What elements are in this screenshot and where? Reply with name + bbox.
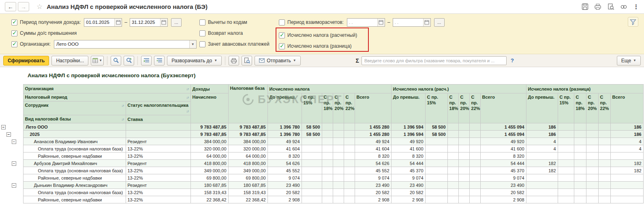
header-employee[interactable]: Сотрудник↓↑ — [23, 102, 126, 115]
favorite-star-icon[interactable]: ☆ — [36, 2, 43, 11]
header-subcolumn[interactable]: До превыш. — [391, 93, 425, 123]
chevron-down-icon[interactable]: ▼ — [189, 40, 196, 48]
settlements-checkbox[interactable] — [279, 19, 285, 25]
header-group-difference[interactable]: Исчислено налога (разница) — [526, 85, 643, 93]
header-subcolumn[interactable]: С пр. 18% — [322, 93, 333, 123]
header-rate[interactable]: Ставка — [126, 115, 190, 123]
filter-funnel-button[interactable] — [628, 17, 638, 27]
save-icon[interactable] — [581, 3, 588, 11]
settlements-to-input[interactable]: . . — [393, 18, 431, 27]
header-subcolumn[interactable]: С пр. 22% — [598, 93, 610, 123]
report-row[interactable]: −Дынькин Владимир АлександровичРезидент1… — [0, 182, 643, 189]
search-next-button[interactable] — [124, 56, 134, 66]
sort-icon[interactable]: ↓↑ — [122, 117, 124, 123]
deductions-checkbox[interactable] — [199, 19, 205, 25]
calendar-icon[interactable] — [377, 19, 385, 26]
report-variant-button[interactable]: ▼ — [91, 56, 104, 66]
back-button[interactable]: ← — [5, 2, 16, 11]
collapse-toggle[interactable]: − — [12, 140, 16, 144]
collapse-toggle[interactable]: − — [6, 132, 11, 137]
row-label[interactable]: Оплата труда (основная налоговая база) — [23, 189, 126, 196]
generate-button[interactable]: Сформировать — [3, 56, 49, 66]
sort-icon[interactable]: ↓↑ — [186, 87, 189, 92]
header-accrued[interactable]: Начислено — [190, 93, 228, 123]
calendar-icon[interactable] — [160, 19, 167, 26]
row-label[interactable]: 2025 — [23, 131, 126, 138]
income-period-checkbox[interactable] — [11, 19, 17, 25]
print-button[interactable] — [229, 56, 239, 66]
header-subcolumn[interactable]: С пр. 15% — [558, 93, 574, 123]
header-group-calc-check[interactable]: Исчислено налога (расч.) — [391, 85, 526, 93]
settings-button[interactable]: Настройки... — [51, 56, 88, 66]
more-button[interactable]: Еще ▼ — [617, 56, 641, 66]
header-status[interactable]: Статус налогоплательщика↓↑ — [126, 102, 190, 115]
forward-button[interactable]: → — [18, 2, 29, 11]
header-group-calculated[interactable]: Исчислено налога — [267, 85, 391, 93]
report-row[interactable]: −20259 783 487,859 783 487,851 396 78058… — [0, 131, 643, 138]
quick-filter-input[interactable] — [362, 56, 507, 65]
header-income[interactable]: Доходы — [190, 85, 228, 93]
sort-icon[interactable]: ↓↑ — [122, 103, 124, 109]
preview-icon[interactable] — [607, 3, 614, 11]
header-subcolumn[interactable]: Всего — [610, 93, 643, 123]
header-tax-base[interactable]: Налоговая база — [228, 85, 267, 123]
report-row[interactable]: −Лето ООО9 783 487,859 783 487,851 396 7… — [0, 123, 643, 131]
settlements-ellipsis-button[interactable]: ... — [434, 18, 445, 27]
header-subcolumn[interactable]: До превыш. — [526, 93, 558, 123]
report-row[interactable]: Оплата труда (основная налоговая база)13… — [0, 189, 643, 196]
print-icon[interactable] — [594, 3, 601, 11]
row-label[interactable]: Оплата труда (основная налоговая база) — [23, 145, 126, 152]
header-subcolumn[interactable]: С пр. 20% — [458, 93, 469, 123]
row-label[interactable]: Лето ООО — [23, 123, 126, 131]
calendar-icon[interactable] — [114, 19, 122, 26]
sum-sigma-button[interactable]: Σ — [356, 57, 359, 64]
header-base-kind[interactable]: Вид налоговой базы↓↑ — [23, 115, 126, 123]
collapse-groups-button[interactable] — [141, 56, 152, 66]
row-label[interactable]: Районные, северные надбавки — [23, 196, 126, 203]
header-subcolumn[interactable]: С пр. 22% — [344, 93, 355, 123]
header-subcolumn[interactable]: С пр. 20% — [333, 93, 344, 123]
sort-icon[interactable]: ↓↑ — [186, 109, 189, 114]
print-preview-button[interactable] — [242, 56, 252, 66]
row-label[interactable]: Районные, северные надбавки — [23, 174, 126, 182]
header-organization[interactable]: Организация↓↑ — [23, 85, 190, 93]
report-row[interactable]: Районные, северные надбавки13-22%69 800,… — [0, 174, 643, 182]
expand-to-button[interactable]: Разворачивать до ▼ — [167, 56, 222, 66]
diff-tax-checkbox[interactable] — [279, 43, 285, 49]
refund-checkbox[interactable] — [199, 30, 205, 36]
report-row[interactable]: Оплата труда (основная налоговая база)13… — [0, 167, 643, 174]
income-period-ellipsis-button[interactable]: ... — [171, 18, 182, 27]
row-label[interactable]: Арбузов Дмитрий Михайлович — [23, 160, 126, 167]
report-row[interactable]: −Ананасов Владимир ИвановичРезидент384 0… — [0, 138, 643, 145]
header-subcolumn[interactable]: С пр. 15% — [302, 93, 322, 123]
calendar-icon[interactable] — [423, 19, 430, 26]
income-period-to-input[interactable]: 31.12.2025 — [130, 18, 168, 27]
settlements-from-input[interactable]: . . — [347, 18, 385, 27]
income-period-from-input[interactable]: 01.01.2025 — [84, 18, 122, 27]
sort-icon[interactable]: ↓↑ — [186, 95, 189, 101]
help-link[interactable]: ? — [511, 57, 514, 63]
header-subcolumn[interactable]: С пр. 15% — [425, 93, 447, 123]
header-subcolumn[interactable]: С пр. 18% — [574, 93, 586, 123]
send-button[interactable]: Отправить ▼ — [255, 56, 300, 66]
calc-tax-checkbox[interactable] — [279, 32, 285, 38]
sums-threshold-checkbox[interactable] — [11, 30, 17, 36]
search-button[interactable] — [111, 56, 121, 66]
collapse-toggle[interactable]: − — [1, 125, 6, 129]
report-row[interactable]: Районные, северные надбавки13-22%22 368,… — [0, 196, 643, 203]
header-subcolumn[interactable]: Всего — [480, 93, 526, 123]
header-subcolumn[interactable]: С пр. 22% — [469, 93, 480, 123]
row-label[interactable]: Районные, северные надбавки — [23, 152, 126, 160]
link-icon[interactable] — [620, 3, 627, 11]
organization-select[interactable]: Лето ООО ▼ — [54, 40, 197, 49]
organization-checkbox[interactable] — [11, 41, 17, 47]
more-menu-icon[interactable]: ⋮ — [633, 3, 639, 11]
collapse-toggle[interactable]: − — [12, 161, 16, 166]
advance-offset-checkbox[interactable] — [199, 41, 205, 47]
header-tax-period[interactable]: Налоговый период↓↑ — [23, 93, 190, 102]
row-label[interactable]: Дынькин Владимир Александрович — [23, 182, 126, 189]
expand-groups-button[interactable] — [154, 56, 165, 66]
report-row[interactable]: Оплата труда (основная налоговая база)13… — [0, 145, 643, 152]
header-subcolumn[interactable]: С пр. 20% — [586, 93, 598, 123]
row-label[interactable]: Оплата труда (основная налоговая база) — [23, 167, 126, 174]
